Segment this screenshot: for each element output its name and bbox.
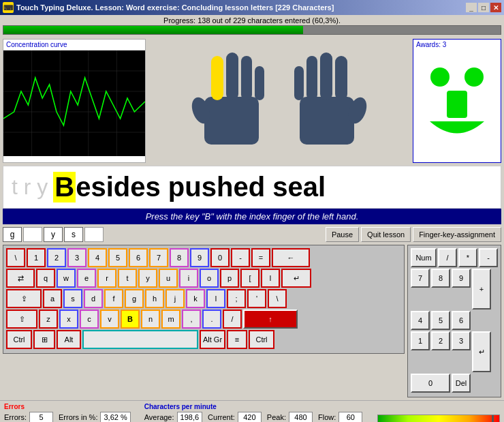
key-num-6[interactable]: 6	[452, 311, 471, 330]
key-period[interactable]: .	[202, 310, 221, 329]
key-row-4: ⇧ z x c v B n m , . / ↑	[6, 310, 401, 329]
flow-label: Flow:	[318, 413, 336, 421]
key-shift-right[interactable]: ↑	[243, 310, 298, 329]
key-c[interactable]: c	[80, 310, 99, 329]
key-b[interactable]: B	[121, 310, 140, 329]
key-backslash[interactable]: \	[6, 248, 25, 267]
current-char: B	[53, 172, 76, 202]
key-equals[interactable]: =	[251, 248, 270, 267]
key-y[interactable]: y	[138, 269, 157, 288]
key-enter[interactable]: ↵	[281, 269, 311, 288]
key-num-star[interactable]: *	[458, 248, 477, 267]
key-num-4[interactable]: 4	[411, 311, 430, 330]
key-win[interactable]: ⊞	[33, 330, 55, 349]
key-capslock[interactable]: ⇪	[6, 289, 42, 308]
key-semicolon[interactable]: ;	[227, 289, 246, 308]
key-7[interactable]: 7	[149, 248, 168, 267]
key-num-5[interactable]: 5	[431, 311, 450, 330]
key-num-minus[interactable]: -	[479, 248, 498, 267]
key-num-7[interactable]: 7	[411, 269, 430, 288]
key-comma[interactable]: ,	[182, 310, 201, 329]
key-q[interactable]: q	[36, 269, 55, 288]
key-6[interactable]: 6	[129, 248, 148, 267]
key-ctrl-right[interactable]: Ctrl	[249, 330, 274, 349]
peak-label: Peak:	[267, 413, 286, 421]
key-4[interactable]: 4	[88, 248, 107, 267]
key-h[interactable]: h	[145, 289, 164, 308]
key-num-0[interactable]: 0	[411, 374, 450, 393]
key-menu[interactable]: ≡	[227, 330, 247, 349]
main-content: Concentration curve	[0, 36, 504, 166]
key-num-slash[interactable]: /	[438, 248, 457, 267]
key-v[interactable]: v	[100, 310, 119, 329]
key-shift-left[interactable]: ⇧	[6, 310, 37, 329]
key-num-9[interactable]: 9	[452, 269, 471, 288]
key-p[interactable]: p	[220, 269, 239, 288]
maximize-button[interactable]: □	[478, 3, 489, 12]
finger-key-button[interactable]: Finger-key-assignment	[413, 227, 501, 242]
key-9[interactable]: 9	[190, 248, 209, 267]
key-g[interactable]: g	[125, 289, 144, 308]
pause-button[interactable]: Pause	[326, 227, 359, 242]
key-j[interactable]: j	[166, 289, 185, 308]
key-altgr[interactable]: Alt Gr	[200, 330, 225, 349]
key-lbracket[interactable]: [	[240, 269, 259, 288]
key-numlock[interactable]: Num	[411, 248, 437, 267]
key-o[interactable]: o	[200, 269, 219, 288]
key-0[interactable]: 0	[210, 248, 230, 267]
key-n[interactable]: n	[141, 310, 160, 329]
errors-pct-label: Errors in %:	[59, 413, 97, 421]
key-r[interactable]: r	[97, 269, 116, 288]
key-z[interactable]: z	[39, 310, 58, 329]
key-quote[interactable]: '	[247, 289, 266, 308]
key-num-plus[interactable]: +	[472, 269, 491, 310]
key-minus[interactable]: -	[231, 248, 250, 267]
key-rbracket[interactable]: l	[261, 269, 280, 288]
cpm-row: Average: 198,6 Current: 420 Peak: 480 Fl…	[144, 412, 363, 422]
recent-key-3: y	[44, 227, 63, 242]
numpad-row-4: 1 2 3 ↵	[411, 331, 498, 372]
svg-rect-11	[211, 56, 223, 100]
key-k[interactable]: k	[186, 289, 205, 308]
key-d[interactable]: d	[84, 289, 103, 308]
key-a[interactable]: a	[43, 289, 62, 308]
key-u[interactable]: u	[159, 269, 178, 288]
key-t[interactable]: t	[118, 269, 137, 288]
key-num-3[interactable]: 3	[452, 331, 471, 350]
key-3[interactable]: 3	[67, 248, 86, 267]
key-i[interactable]: i	[179, 269, 198, 288]
close-button[interactable]: ✕	[490, 3, 501, 12]
key-8[interactable]: 8	[170, 248, 189, 267]
key-num-1[interactable]: 1	[411, 331, 430, 350]
key-tab[interactable]: ⇄	[6, 269, 35, 288]
key-num-enter[interactable]: ↵	[472, 331, 491, 372]
key-slash[interactable]: /	[223, 310, 242, 329]
recent-key-1: g	[3, 227, 22, 242]
key-ctrl-left[interactable]: Ctrl	[6, 330, 32, 349]
key-f[interactable]: f	[104, 289, 123, 308]
minimize-button[interactable]: _	[466, 3, 477, 12]
key-5[interactable]: 5	[108, 248, 127, 267]
key-space[interactable]	[82, 330, 198, 349]
key-s[interactable]: s	[63, 289, 82, 308]
remaining-text: esides pushed seal	[76, 172, 326, 202]
key-m[interactable]: m	[161, 310, 180, 329]
key-backspace-wide[interactable]: ←	[272, 248, 310, 267]
key-w[interactable]: w	[57, 269, 76, 288]
speed-bar	[377, 415, 500, 422]
key-num-8[interactable]: 8	[431, 269, 450, 288]
key-row-2: ⇄ q w e r t y u i o p [ l ↵	[6, 269, 401, 288]
svg-point-22	[464, 67, 484, 87]
key-backslash2[interactable]: \	[268, 289, 287, 308]
numpad: Num / * - 7 8 9 + 4 5 6	[407, 245, 501, 397]
speed-bar-container	[377, 403, 500, 422]
key-l[interactable]: l	[206, 289, 225, 308]
quit-button[interactable]: Quit lesson	[361, 227, 411, 242]
key-num-2[interactable]: 2	[431, 331, 450, 350]
key-num-del[interactable]: Del	[452, 374, 471, 393]
key-x[interactable]: x	[59, 310, 78, 329]
key-e[interactable]: e	[77, 269, 96, 288]
key-1[interactable]: 1	[27, 248, 46, 267]
key-2[interactable]: 2	[47, 248, 66, 267]
key-alt-left[interactable]: Alt	[57, 330, 81, 349]
